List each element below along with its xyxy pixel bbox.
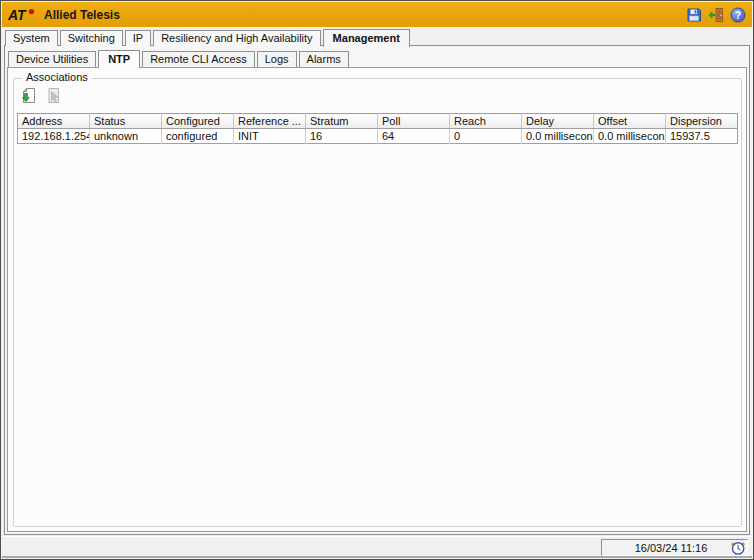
tab-label: System — [13, 32, 50, 44]
help-icon[interactable]: ? — [729, 6, 746, 23]
cell-poll[interactable]: 64 — [378, 129, 450, 144]
tab-system[interactable]: System — [5, 30, 58, 46]
allied-telesis-logo: AT — [8, 8, 38, 22]
tab-logs[interactable]: Logs — [257, 51, 297, 67]
table-row[interactable]: 192.168.1.254 unknown configured INIT 16… — [18, 129, 738, 144]
sub-tab-bar: Device Utilities NTP Remote CLI Access L… — [8, 50, 351, 67]
associations-label: Associations — [22, 71, 92, 83]
tab-alarms[interactable]: Alarms — [299, 51, 349, 67]
associations-groupbox: Associations — [13, 78, 742, 527]
svg-text:?: ? — [734, 9, 740, 20]
column-header-status[interactable]: Status — [90, 114, 162, 129]
datetime-panel: 16/03/24 11:16 — [601, 539, 748, 556]
tab-ntp[interactable]: NTP — [98, 50, 140, 68]
tab-label: Switching — [68, 32, 115, 44]
tab-ip[interactable]: IP — [125, 30, 151, 46]
cell-stratum[interactable]: 16 — [306, 129, 378, 144]
tab-label: Device Utilities — [16, 53, 88, 65]
cell-dispersion[interactable]: 15937.5 — [666, 129, 738, 144]
tab-label: Remote CLI Access — [150, 53, 247, 65]
main-tab-bar: System Switching IP Resiliency and High … — [5, 29, 412, 46]
tab-label: Management — [333, 32, 400, 44]
table-header-row: Address Status Configured Reference ... … — [18, 114, 738, 129]
logout-icon[interactable] — [707, 6, 724, 23]
svg-text:AT: AT — [8, 8, 27, 22]
column-header-delay[interactable]: Delay — [522, 114, 594, 129]
clock-icon — [730, 540, 746, 556]
associations-toolbar — [20, 86, 62, 104]
cell-delay[interactable]: 0.0 millisecon... — [522, 129, 594, 144]
tab-remote-cli-access[interactable]: Remote CLI Access — [142, 51, 255, 67]
datetime-text: 16/03/24 11:16 — [602, 542, 730, 554]
column-header-poll[interactable]: Poll — [378, 114, 450, 129]
column-header-reach[interactable]: Reach — [450, 114, 522, 129]
cell-status[interactable]: unknown — [90, 129, 162, 144]
ntp-panel: Associations — [7, 67, 747, 532]
app-window: AT Allied Telesis — [0, 0, 754, 560]
column-header-stratum[interactable]: Stratum — [306, 114, 378, 129]
column-header-address[interactable]: Address — [18, 114, 90, 129]
tab-switching[interactable]: Switching — [60, 30, 123, 46]
tab-resiliency-and-high-availability[interactable]: Resiliency and High Availability — [153, 30, 320, 46]
cell-configured[interactable]: configured — [162, 129, 234, 144]
title-bar: AT Allied Telesis — [2, 2, 752, 27]
cell-reference[interactable]: INIT — [234, 129, 306, 144]
tab-label: Logs — [265, 53, 289, 65]
tab-label: IP — [133, 32, 143, 44]
column-header-offset[interactable]: Offset — [594, 114, 666, 129]
tab-label: Resiliency and High Availability — [161, 32, 312, 44]
column-header-configured[interactable]: Configured — [162, 114, 234, 129]
add-association-icon[interactable] — [20, 86, 38, 104]
window-title: Allied Telesis — [44, 8, 120, 22]
remove-association-icon-disabled[interactable] — [44, 86, 62, 104]
cell-offset[interactable]: 0.0 millisecon... — [594, 129, 666, 144]
tab-management[interactable]: Management — [323, 29, 410, 47]
column-header-reference[interactable]: Reference ... — [234, 114, 306, 129]
tab-label: NTP — [108, 53, 130, 65]
cell-reach[interactable]: 0 — [450, 129, 522, 144]
tab-label: Alarms — [307, 53, 341, 65]
management-panel: Device Utilities NTP Remote CLI Access L… — [4, 45, 750, 535]
save-icon[interactable] — [685, 6, 702, 23]
tab-device-utilities[interactable]: Device Utilities — [8, 51, 96, 67]
status-bar: 16/03/24 11:16 — [2, 536, 752, 558]
associations-table: Address Status Configured Reference ... … — [17, 113, 738, 144]
column-header-dispersion[interactable]: Dispersion — [666, 114, 738, 129]
cell-address[interactable]: 192.168.1.254 — [18, 129, 90, 144]
